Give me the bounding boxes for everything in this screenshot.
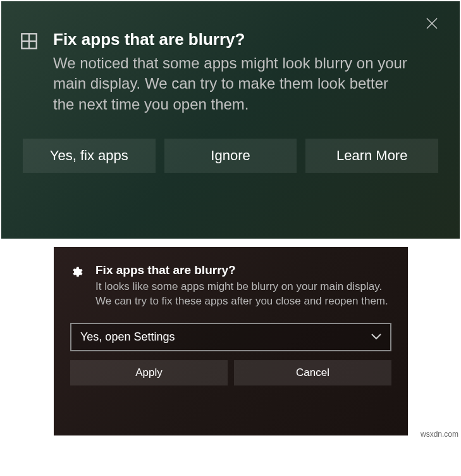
apply-button[interactable]: Apply: [70, 360, 228, 385]
action-dropdown[interactable]: Yes, open Settings: [70, 323, 391, 351]
chevron-down-icon: [371, 331, 381, 342]
dropdown-selected-label: Yes, open Settings: [80, 330, 175, 344]
notification-header: Fix apps that are blurry? We noticed tha…: [20, 14, 441, 115]
gear-icon: [70, 266, 83, 279]
learn-more-button[interactable]: Learn More: [305, 139, 438, 173]
blurry-apps-notification-large: Fix apps that are blurry? We noticed tha…: [1, 1, 460, 239]
button-row: Yes, fix apps Ignore Learn More: [20, 139, 441, 173]
notification-title: Fix apps that are blurry?: [53, 30, 409, 49]
close-icon: [426, 17, 438, 30]
grid-icon: [20, 32, 38, 50]
close-button[interactable]: [426, 17, 441, 32]
cancel-button[interactable]: Cancel: [234, 360, 391, 385]
notification-header: Fix apps that are blurry? It looks like …: [70, 260, 391, 309]
button-row: Apply Cancel: [70, 360, 391, 385]
notification-body: We noticed that some apps might look blu…: [53, 53, 409, 115]
notification-title: Fix apps that are blurry?: [95, 263, 391, 277]
watermark: wsxdn.com: [419, 429, 460, 439]
notification-content: Fix apps that are blurry? We noticed tha…: [53, 30, 441, 115]
yes-fix-apps-button[interactable]: Yes, fix apps: [23, 139, 156, 173]
notification-content: Fix apps that are blurry? It looks like …: [95, 263, 391, 309]
blurry-apps-notification-small: Fix apps that are blurry? It looks like …: [54, 247, 408, 435]
notification-body: It looks like some apps might be blurry …: [95, 280, 391, 309]
ignore-button[interactable]: Ignore: [164, 139, 297, 173]
